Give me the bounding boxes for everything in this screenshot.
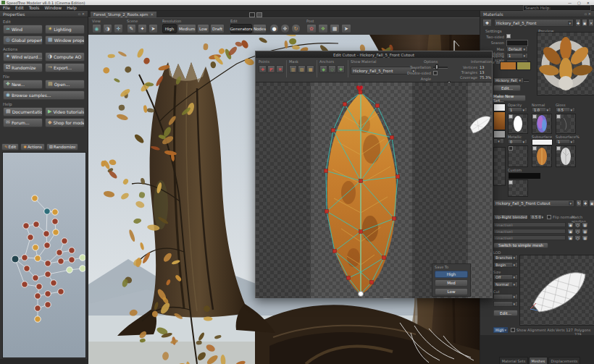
generators-button[interactable]: Generators bbox=[230, 24, 252, 33]
map-subsurface-pct-select[interactable]: 1▾ bbox=[556, 139, 575, 144]
graph-randomize-button[interactable]: ⚄Randomize bbox=[46, 143, 78, 151]
slot3-clear-button[interactable]: ○ bbox=[574, 235, 581, 240]
map-gloss-select[interactable]: 0.5▾ bbox=[556, 107, 575, 112]
graph-node[interactable] bbox=[57, 250, 62, 255]
graph-node[interactable] bbox=[33, 245, 38, 250]
cutout-refresh-button[interactable]: ↻ bbox=[576, 200, 582, 207]
new-button[interactable]: ✚New... bbox=[3, 80, 43, 89]
graph-node[interactable] bbox=[35, 293, 41, 299]
window-properties-button[interactable]: ▦Window properties bbox=[45, 35, 85, 45]
graph-node[interactable] bbox=[12, 255, 19, 263]
point-delete-button[interactable]: ✖ bbox=[276, 65, 284, 73]
two-sided-checkbox[interactable] bbox=[506, 34, 511, 38]
video-tutorials-button[interactable]: ▶Video tutorials... bbox=[45, 107, 85, 117]
graph-node[interactable] bbox=[58, 289, 64, 295]
mesh-edit-button[interactable]: Edit... bbox=[493, 310, 518, 316]
post-screen-button[interactable]: ▦ bbox=[330, 24, 340, 33]
menu-help[interactable]: Help bbox=[67, 5, 77, 10]
slot2-clear-button[interactable]: ○ bbox=[574, 229, 581, 234]
cutout-add-button[interactable]: ✚ bbox=[582, 200, 588, 207]
edit-move-button[interactable]: ✥ bbox=[280, 24, 290, 33]
slot3-edit-button[interactable]: ▦ bbox=[582, 235, 588, 240]
slot3-browse-button[interactable]: ▣ bbox=[567, 235, 574, 240]
color-swatch-primary[interactable] bbox=[500, 62, 516, 70]
forum-button[interactable]: ✉Forum... bbox=[3, 118, 43, 127]
switch-simple-mesh-button[interactable]: Switch to simple mesh bbox=[493, 242, 548, 248]
double-sided-checkbox[interactable] bbox=[433, 71, 438, 75]
mesh-quality-select[interactable]: High▾ bbox=[493, 327, 508, 333]
menu-tools[interactable]: Tools bbox=[29, 5, 40, 10]
map-subsurface-swatch[interactable] bbox=[532, 139, 553, 145]
graph-node[interactable] bbox=[53, 229, 59, 235]
node-graph[interactable] bbox=[2, 152, 86, 358]
graph-node[interactable] bbox=[35, 305, 41, 311]
mesh-slot-2[interactable]: (inactive) bbox=[493, 229, 566, 234]
compute-ao-button[interactable]: ◑Compute AO bbox=[45, 52, 85, 62]
mask-paint-button[interactable]: ▥ bbox=[289, 65, 297, 73]
open-button[interactable]: ▤Open... bbox=[45, 80, 85, 89]
scene-run-button[interactable]: ➤ bbox=[148, 24, 158, 33]
material-copy-button[interactable]: ▣ bbox=[582, 19, 587, 27]
graph-node[interactable] bbox=[35, 255, 41, 261]
map-opacity-thumb[interactable] bbox=[508, 114, 528, 134]
blend-values-select[interactable]: 0.5 0▾ bbox=[530, 214, 544, 220]
map-subsurface-thumb[interactable] bbox=[532, 145, 552, 167]
graph-node[interactable] bbox=[69, 247, 75, 253]
graph-node[interactable] bbox=[52, 219, 58, 224]
graph-node[interactable] bbox=[45, 302, 51, 308]
search-help-input[interactable]: Search Help: bbox=[523, 5, 591, 11]
lighting-button[interactable]: ☀Lighting bbox=[45, 25, 85, 34]
graph-node[interactable] bbox=[62, 238, 67, 244]
material-preview[interactable] bbox=[537, 32, 594, 96]
post-export-button[interactable]: ➤ bbox=[341, 24, 351, 33]
map-opacity-select[interactable]: 1▾ bbox=[508, 107, 527, 112]
viewport-tab[interactable]: Forest_Stump_2_Roots.spm ✕ bbox=[90, 11, 157, 17]
cut-select-1[interactable]: ▾ bbox=[493, 294, 518, 300]
global-properties-button[interactable]: ◎Global properties bbox=[3, 35, 43, 45]
make-new-set-button[interactable]: Make New Set... bbox=[493, 95, 526, 101]
tab-meshes[interactable]: Meshes bbox=[529, 357, 548, 364]
point-move-button[interactable]: ◩ bbox=[267, 65, 275, 73]
unwrapping-scale-select[interactable]: 1▾ bbox=[506, 53, 528, 59]
material-delete-button[interactable]: ✕ bbox=[588, 19, 594, 27]
size-off-select[interactable]: Off▾ bbox=[493, 274, 518, 280]
material-leaf-button[interactable]: ❖ bbox=[482, 19, 492, 27]
graph-node[interactable] bbox=[22, 282, 28, 287]
scene-edit-button[interactable]: ✎ bbox=[127, 24, 136, 33]
graph-node[interactable] bbox=[45, 291, 51, 297]
color-spin[interactable]: ▾ bbox=[493, 138, 504, 144]
anchor-heart-icon[interactable]: ♥ bbox=[356, 84, 364, 94]
save-high-button[interactable]: High bbox=[435, 271, 468, 278]
tessellation-slider[interactable] bbox=[433, 64, 448, 69]
map-subsurface-pct-thumb[interactable] bbox=[556, 145, 576, 167]
point-add-button[interactable]: ✚ bbox=[259, 65, 267, 73]
save-med-button[interactable]: Med bbox=[435, 279, 468, 287]
map-metallic-select[interactable]: 0▾ bbox=[508, 139, 527, 144]
anchor-add-button[interactable]: ◆ bbox=[319, 65, 327, 73]
blend-select[interactable]: Up-Right blended▾ bbox=[493, 214, 528, 220]
focus-view-button[interactable]: ✛ bbox=[114, 24, 123, 33]
post-flower-button[interactable]: ✿ bbox=[306, 24, 317, 33]
color-swatch-secondary[interactable] bbox=[516, 62, 531, 70]
graph-node[interactable] bbox=[44, 208, 50, 214]
graph-node[interactable] bbox=[35, 316, 41, 322]
graph-node[interactable] bbox=[24, 266, 30, 271]
slot1-browse-button[interactable]: ▣ bbox=[567, 222, 574, 227]
resolution-draft-button[interactable]: Draft bbox=[210, 24, 225, 33]
save-low-button[interactable]: Low bbox=[435, 288, 468, 295]
graph-node[interactable] bbox=[32, 195, 38, 201]
size-normal-select[interactable]: Normal▾ bbox=[493, 282, 518, 287]
edit-sphere-button[interactable]: ● bbox=[269, 24, 279, 33]
map-normal-select[interactable]: 1.0▾ bbox=[532, 107, 551, 112]
scene-target-button[interactable]: ✦ bbox=[138, 24, 147, 33]
graph-node[interactable] bbox=[67, 267, 72, 273]
branches-select[interactable]: Branches▾ bbox=[493, 255, 518, 261]
max-resolution-select[interactable]: Default▾ bbox=[506, 46, 528, 52]
slot1-edit-button[interactable]: ▦ bbox=[582, 222, 588, 227]
slot2-edit-button[interactable]: ▦ bbox=[582, 229, 588, 234]
menu-edit[interactable]: Edit bbox=[15, 5, 24, 10]
mesh-slot-1[interactable]: (inactive) bbox=[493, 222, 566, 227]
graph-node[interactable] bbox=[80, 255, 85, 261]
mask-fill-button[interactable]: ▩ bbox=[306, 65, 314, 73]
tab-material-sets[interactable]: Material Sets bbox=[499, 357, 528, 364]
